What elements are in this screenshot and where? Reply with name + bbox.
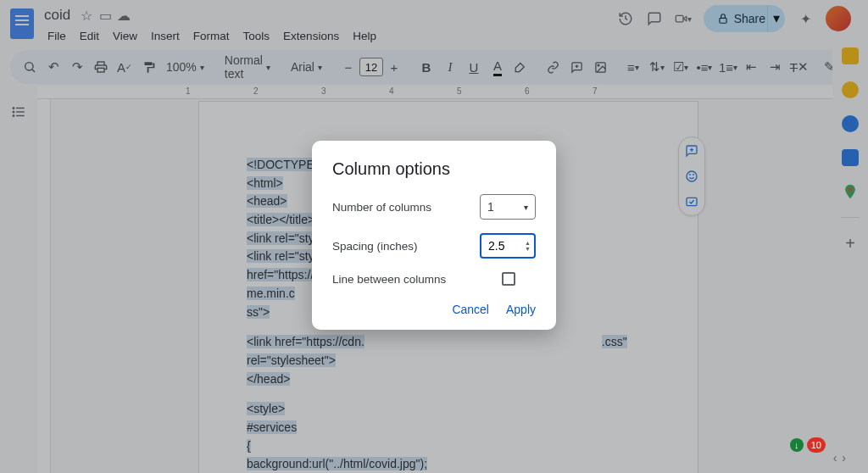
notification-count-badge[interactable]: 10: [807, 437, 826, 453]
download-badge-icon[interactable]: ↓: [790, 438, 804, 452]
num-columns-label: Number of columns: [332, 201, 431, 214]
modal-overlay[interactable]: Column options Number of columns 1▾ Spac…: [0, 0, 868, 473]
explore-badges: ↓ 10: [790, 437, 826, 453]
column-options-dialog: Column options Number of columns 1▾ Spac…: [312, 141, 556, 330]
spinner-down-icon[interactable]: ▼: [525, 246, 531, 252]
dialog-title: Column options: [332, 159, 536, 179]
nav-right-icon[interactable]: ›: [842, 451, 846, 465]
line-between-label: Line between columns: [332, 273, 446, 286]
spacing-label: Spacing (inches): [332, 240, 418, 253]
line-between-checkbox[interactable]: [502, 272, 515, 286]
apply-button[interactable]: Apply: [506, 303, 536, 316]
spinner-up-icon[interactable]: ▲: [525, 240, 531, 246]
cancel-button[interactable]: Cancel: [452, 303, 489, 316]
spacing-input[interactable]: ▲▼: [480, 233, 536, 259]
num-columns-select[interactable]: 1▾: [480, 194, 536, 220]
nav-left-icon[interactable]: ‹: [833, 451, 837, 465]
